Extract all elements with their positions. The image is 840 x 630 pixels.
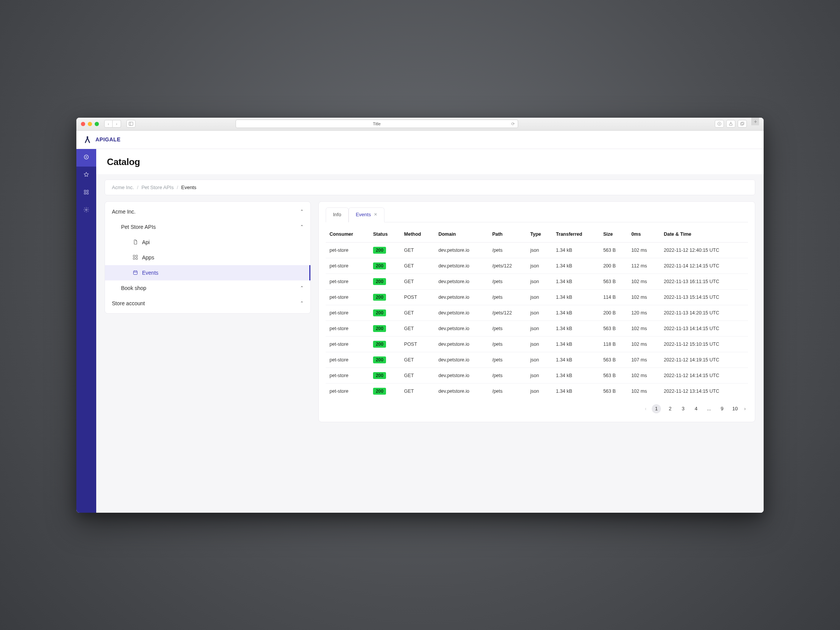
table-row[interactable]: pet-store200POSTdev.petstore.io/petsjson… xyxy=(326,289,748,305)
cell-type: json xyxy=(527,352,552,368)
page-prev-button[interactable]: ‹ xyxy=(645,406,646,411)
new-tab-button[interactable]: + xyxy=(751,118,759,125)
cell-domain: dev.petstore.io xyxy=(435,305,488,321)
tree-item-apps[interactable]: Apps xyxy=(105,250,310,265)
back-button[interactable]: ‹ xyxy=(104,120,113,128)
table-row[interactable]: pet-store200GETdev.petstore.io/pets/122j… xyxy=(326,305,748,321)
close-window-icon[interactable] xyxy=(81,122,85,126)
cell-consumer: pet-store xyxy=(326,274,369,289)
cell-datetime: 2022-11-12 14:14:15 UTC xyxy=(660,368,748,383)
col-type[interactable]: Type xyxy=(527,226,552,243)
svg-rect-12 xyxy=(87,193,88,194)
cell-transferred: 1.34 kB xyxy=(552,352,599,368)
cell-consumer: pet-store xyxy=(326,258,369,274)
rail-item-settings[interactable] xyxy=(76,202,96,219)
cell-consumer: pet-store xyxy=(326,242,369,258)
tree-node-group[interactable]: Pet Store APIs ⌃ xyxy=(105,219,310,235)
col-consumer[interactable]: Consumer xyxy=(326,226,369,243)
rail-item-catalog[interactable] xyxy=(76,149,96,167)
cell-size: 563 B xyxy=(599,368,627,383)
refresh-icon[interactable]: ⟳ xyxy=(511,121,515,126)
grid-icon xyxy=(83,189,89,196)
cell-ms: 102 ms xyxy=(627,368,660,383)
table-row[interactable]: pet-store200GETdev.petstore.io/pets/122j… xyxy=(326,258,748,274)
app: APIGALE xyxy=(76,131,764,513)
col-transferred[interactable]: Transferred xyxy=(552,226,599,243)
chevron-up-icon: ⌃ xyxy=(300,224,304,229)
page-number[interactable]: 1 xyxy=(652,404,661,413)
download-button[interactable] xyxy=(715,120,724,128)
cell-transferred: 1.34 kB xyxy=(552,242,599,258)
tabs-button[interactable] xyxy=(738,120,747,128)
cell-ms: 107 ms xyxy=(627,352,660,368)
table-row[interactable]: pet-store200POSTdev.petstore.io/petsjson… xyxy=(326,336,748,352)
tab-info[interactable]: Info xyxy=(326,207,349,222)
status-badge: 200 xyxy=(373,388,386,395)
chevron-up-icon: ⌃ xyxy=(300,209,304,214)
cell-type: json xyxy=(527,368,552,383)
url-bar[interactable]: Title ⟳ xyxy=(236,120,518,128)
col-size[interactable]: Size xyxy=(599,226,627,243)
cell-size: 563 B xyxy=(599,274,627,289)
cell-status: 200 xyxy=(369,383,400,399)
page-number[interactable]: 2 xyxy=(666,406,674,411)
table-row[interactable]: pet-store200GETdev.petstore.io/petsjson1… xyxy=(326,368,748,383)
page-next-button[interactable]: › xyxy=(744,406,746,411)
tree-label: Pet Store APIs xyxy=(121,224,156,230)
rail-item-favorites[interactable] xyxy=(76,167,96,184)
nav-rail xyxy=(76,149,96,513)
col-path[interactable]: Path xyxy=(488,226,527,243)
tree-item-events[interactable]: Events xyxy=(105,265,310,280)
share-button[interactable] xyxy=(726,120,735,128)
breadcrumb-item[interactable]: Pet Store APIs xyxy=(141,185,174,190)
col-domain[interactable]: Domain xyxy=(435,226,488,243)
tab-events[interactable]: Events ✕ xyxy=(349,207,385,222)
status-badge: 200 xyxy=(373,294,386,301)
table-row[interactable]: pet-store200GETdev.petstore.io/petsjson1… xyxy=(326,321,748,336)
col-ms[interactable]: 0ms xyxy=(627,226,660,243)
svg-point-13 xyxy=(86,209,87,211)
cell-ms: 112 ms xyxy=(627,258,660,274)
cell-consumer: pet-store xyxy=(326,368,369,383)
table-row[interactable]: pet-store200GETdev.petstore.io/petsjson1… xyxy=(326,274,748,289)
sidebar-toggle-button[interactable] xyxy=(126,120,136,128)
col-datetime[interactable]: Date & Time xyxy=(660,226,748,243)
page-number[interactable]: 4 xyxy=(692,406,700,411)
tree-node-org[interactable]: Acme Inc. ⌃ xyxy=(105,204,310,219)
tree-node-bookshop[interactable]: Book shop ⌃ xyxy=(105,280,310,296)
page-number[interactable]: 9 xyxy=(718,406,726,411)
maximize-window-icon[interactable] xyxy=(95,122,99,126)
cell-datetime: 2022-11-12 15:10:15 UTC xyxy=(660,336,748,352)
tree-item-api[interactable]: Api xyxy=(105,235,310,250)
forward-button[interactable]: › xyxy=(113,120,121,128)
nav-arrows: ‹ › xyxy=(104,120,121,128)
table-row[interactable]: pet-store200GETdev.petstore.io/petsjson1… xyxy=(326,383,748,399)
col-status[interactable]: Status xyxy=(369,226,400,243)
table-row[interactable]: pet-store200GETdev.petstore.io/petsjson1… xyxy=(326,242,748,258)
cell-size: 200 B xyxy=(599,305,627,321)
status-badge: 200 xyxy=(373,341,386,348)
cell-ms: 120 ms xyxy=(627,305,660,321)
col-method[interactable]: Method xyxy=(400,226,435,243)
cell-method: POST xyxy=(400,289,435,305)
svg-rect-4 xyxy=(740,123,743,125)
cell-method: GET xyxy=(400,383,435,399)
minimize-window-icon[interactable] xyxy=(88,122,92,126)
cell-type: json xyxy=(527,336,552,352)
tree-node-store-account[interactable]: Store account ⌃ xyxy=(105,296,310,311)
cell-transferred: 1.34 kB xyxy=(552,383,599,399)
page-number[interactable]: 3 xyxy=(679,406,687,411)
events-table: Consumer Status Method Domain Path Type … xyxy=(326,226,748,399)
cell-datetime: 2022-11-13 16:11:15 UTC xyxy=(660,274,748,289)
close-icon[interactable]: ✕ xyxy=(374,212,377,217)
breadcrumb-item[interactable]: Acme Inc. xyxy=(112,185,134,190)
rail-item-dashboard[interactable] xyxy=(76,184,96,202)
file-icon xyxy=(132,239,138,245)
page-number[interactable]: 10 xyxy=(731,406,739,411)
breadcrumb: Acme Inc. / Pet Store APIs / Events xyxy=(105,180,755,195)
cell-size: 200 B xyxy=(599,258,627,274)
table-row[interactable]: pet-store200GETdev.petstore.io/petsjson1… xyxy=(326,352,748,368)
star-icon xyxy=(83,172,89,179)
page-ellipsis: ... xyxy=(705,406,713,411)
cell-path: /pets xyxy=(488,274,527,289)
